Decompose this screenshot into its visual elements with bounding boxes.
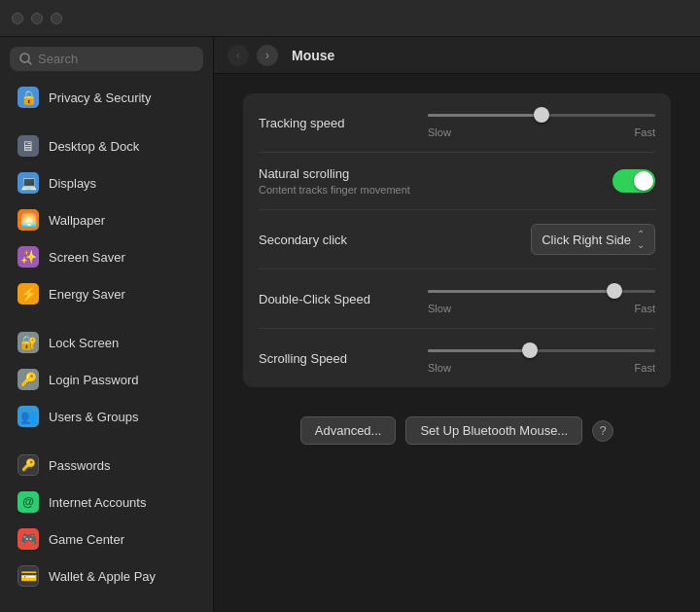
sidebar-label: Users & Groups xyxy=(49,410,138,424)
sidebar-item-privacy[interactable]: 🔒 Privacy & Security xyxy=(6,80,207,115)
sidebar-label: Login Password xyxy=(49,373,139,387)
tracking-speed-row: Tracking speed Slow Fast xyxy=(259,93,655,153)
desktop-icon: 🖥 xyxy=(18,135,39,157)
tracking-slow-label: Slow xyxy=(428,126,451,138)
screensaver-icon: ✨ xyxy=(18,246,39,268)
forward-button[interactable]: › xyxy=(257,45,278,66)
sidebar-label: Passwords xyxy=(49,458,111,473)
gamecenter-icon: 🎮 xyxy=(18,528,39,550)
scrolling-fast-label: Fast xyxy=(635,362,655,374)
bottom-actions: Advanced... Set Up Bluetooth Mouse... ? xyxy=(243,407,671,464)
sidebar-item-wallpaper[interactable]: 🌅 Wallpaper xyxy=(6,202,207,237)
double-click-slow-label: Slow xyxy=(428,303,451,314)
content-header: ‹ › Mouse xyxy=(214,37,700,74)
search-box[interactable] xyxy=(10,47,203,71)
chevron-updown-icon: ⌃⌄ xyxy=(637,229,645,250)
passwords-icon: 🔑 xyxy=(18,454,39,476)
wallpaper-icon: 🌅 xyxy=(18,209,39,231)
login-icon: 🔑 xyxy=(18,369,39,390)
double-click-label: Double-Click Speed xyxy=(259,292,414,306)
sidebar-label: Displays xyxy=(49,176,96,191)
sidebar-label: Lock Screen xyxy=(49,336,119,350)
lock-icon: 🔐 xyxy=(18,332,39,353)
mouse-settings-card: Tracking speed Slow Fast xyxy=(243,93,671,387)
sidebar-label: Desktop & Dock xyxy=(49,139,139,154)
search-input[interactable] xyxy=(38,52,193,66)
wallet-icon: 💳 xyxy=(18,565,39,587)
advanced-button[interactable]: Advanced... xyxy=(300,416,397,445)
content-area: ‹ › Mouse Tracking speed xyxy=(214,37,700,612)
secondary-click-dropdown[interactable]: Click Right Side ⌃⌄ xyxy=(531,224,655,255)
scrolling-speed-label: Scrolling Speed xyxy=(259,351,414,366)
toggle-knob xyxy=(634,171,653,191)
scrolling-slow-label: Slow xyxy=(428,362,451,374)
sidebar-item-keyboard[interactable]: ⌨ Keyboard xyxy=(6,607,207,612)
maximize-button[interactable] xyxy=(51,13,62,24)
scrolling-speed-row: Scrolling Speed Slow Fast xyxy=(259,329,655,387)
double-click-fast-label: Fast xyxy=(635,303,655,314)
sidebar-item-desktop[interactable]: 🖥 Desktop & Dock xyxy=(6,128,207,163)
secondary-click-row: Secondary click Click Right Side ⌃⌄ xyxy=(259,210,655,270)
double-click-slider[interactable]: Slow Fast xyxy=(428,283,655,314)
natural-scrolling-row: Natural scrolling Content tracks finger … xyxy=(259,153,655,210)
app-container: 🔒 Privacy & Security 🖥 Desktop & Dock 💻 … xyxy=(0,37,700,612)
sidebar-item-loginpassword[interactable]: 🔑 Login Password xyxy=(6,362,207,397)
sidebar-item-passwords[interactable]: 🔑 Passwords xyxy=(6,448,207,483)
sidebar-label: Privacy & Security xyxy=(49,90,151,105)
secondary-click-value: Click Right Side xyxy=(542,233,631,247)
users-icon: 👥 xyxy=(18,406,39,427)
natural-scrolling-sublabel: Content tracks finger movement xyxy=(259,184,599,196)
sidebar-item-energy[interactable]: ⚡ Energy Saver xyxy=(6,276,207,311)
sidebar-label: Wallet & Apple Pay xyxy=(49,569,156,584)
tracking-speed-slider[interactable]: Slow Fast xyxy=(428,107,655,138)
energy-icon: ⚡ xyxy=(18,283,39,305)
sidebar-label: Game Center xyxy=(49,532,124,547)
sidebar: 🔒 Privacy & Security 🖥 Desktop & Dock 💻 … xyxy=(0,37,214,612)
tracking-fast-label: Fast xyxy=(635,126,655,138)
page-title: Mouse xyxy=(292,48,334,63)
svg-line-1 xyxy=(28,61,31,64)
minimize-button[interactable] xyxy=(31,13,43,24)
sidebar-label: Screen Saver xyxy=(49,250,125,265)
natural-scrolling-label: Natural scrolling xyxy=(259,166,599,181)
sidebar-item-internet[interactable]: @ Internet Accounts xyxy=(6,485,207,520)
tracking-speed-label: Tracking speed xyxy=(259,116,414,130)
privacy-icon: 🔒 xyxy=(18,87,39,108)
close-button[interactable] xyxy=(12,13,23,24)
natural-scrolling-toggle[interactable] xyxy=(612,169,655,193)
sidebar-item-wallet[interactable]: 💳 Wallet & Apple Pay xyxy=(6,558,207,594)
secondary-click-label: Secondary click xyxy=(259,233,414,247)
sidebar-item-screensaver[interactable]: ✨ Screen Saver xyxy=(6,239,207,274)
help-button[interactable]: ? xyxy=(592,420,613,442)
search-icon xyxy=(19,53,32,65)
displays-icon: 💻 xyxy=(18,172,39,194)
sidebar-item-lockscreen[interactable]: 🔐 Lock Screen xyxy=(6,325,207,360)
back-button[interactable]: ‹ xyxy=(228,45,249,66)
settings-panel: Tracking speed Slow Fast xyxy=(214,74,700,612)
title-bar xyxy=(0,0,700,37)
double-click-row: Double-Click Speed Slow Fast xyxy=(259,270,655,329)
sidebar-label: Internet Accounts xyxy=(49,495,146,510)
sidebar-item-displays[interactable]: 💻 Displays xyxy=(6,165,207,200)
sidebar-item-gamecenter[interactable]: 🎮 Game Center xyxy=(6,522,207,557)
sidebar-label: Wallpaper xyxy=(49,213,105,228)
sidebar-label: Energy Saver xyxy=(49,287,125,302)
scrolling-speed-slider[interactable]: Slow Fast xyxy=(428,342,655,374)
internet-icon: @ xyxy=(18,491,39,513)
sidebar-item-users[interactable]: 👥 Users & Groups xyxy=(6,399,207,434)
bluetooth-mouse-button[interactable]: Set Up Bluetooth Mouse... xyxy=(405,416,582,445)
